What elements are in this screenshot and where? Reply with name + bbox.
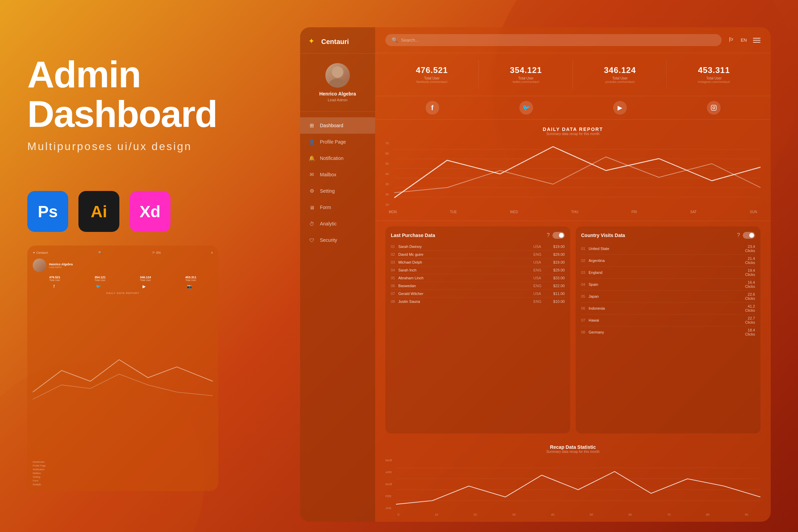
table-row: 06Indonesia41.2 Clicks (581, 302, 755, 314)
flag-icon: 🏳 (728, 36, 735, 44)
stat-sub: facebook.com/centauri (416, 80, 447, 84)
question-icon: ? (547, 232, 550, 238)
stat-label: Total User (518, 76, 534, 80)
youtube-icon: ▶ (613, 101, 627, 115)
stat-card-4: 453.311 Total User instagram.com/centaur… (667, 60, 760, 89)
notification-icon: 🔔 (308, 155, 315, 162)
subtitle-text: Multipurposes ui/ux design (27, 140, 225, 153)
table-row: 07Gerald WitcherUSA$11.00 (391, 290, 565, 298)
svg-point-1 (329, 79, 347, 88)
svg-point-0 (332, 66, 343, 78)
purchase-title: Last Purchase Data (391, 233, 435, 238)
avatar (325, 63, 350, 88)
social-row: f 🐦 ▶ (375, 96, 771, 120)
toggle-button[interactable] (743, 232, 755, 239)
search-icon: 🔍 (391, 37, 398, 43)
sidebar-item-label: Setting (320, 188, 335, 194)
main-content: 🔍 🏳 EN 476.521 Total User facebook.com/c… (375, 27, 771, 522)
sidebar-item-security[interactable]: 🛡 Security (300, 232, 375, 248)
table-row: 01United State23.4 Clicks (581, 243, 755, 255)
logo-text: Centauri (321, 38, 349, 46)
country-panel: Country Visits Data ? 01United State23.4… (576, 226, 760, 433)
search-input[interactable] (401, 38, 715, 43)
profile-name: Henrico Algebra (319, 91, 356, 97)
table-row: 02Argentina21.4 Clicks (581, 255, 755, 267)
topbar: 🔍 🏳 EN (375, 27, 771, 53)
sidebar-item-label: Form (320, 205, 331, 210)
country-title: Country Visits Data (581, 233, 625, 238)
toggle-button[interactable] (552, 232, 565, 239)
logo-icon: ✦ (308, 37, 318, 46)
stats-row: 476.521 Total User facebook.com/centauri… (375, 53, 771, 96)
twitter-icon: 🐦 (519, 101, 533, 115)
mailbox-icon: ✉ (308, 171, 315, 178)
sidebar-header: ✦ Centauri (300, 27, 375, 54)
svg-rect-2 (711, 105, 716, 110)
sidebar-item-analytic[interactable]: ⏱ Analytic (300, 216, 375, 232)
table-row: 03Michael DelphUSA$19.00 (391, 258, 565, 266)
sidebar-item-profile[interactable]: 👤 Profile Page (300, 134, 375, 150)
xd-icon: Xd (130, 191, 171, 232)
stat-label: Total User (612, 76, 627, 80)
stat-number: 476.521 (416, 65, 448, 75)
sidebar-item-label: Notification (320, 156, 343, 161)
search-bar[interactable]: 🔍 (385, 34, 722, 46)
stat-number: 354.121 (510, 65, 542, 75)
instagram-icon (707, 101, 721, 115)
social-instagram[interactable] (707, 101, 721, 115)
table-row: 01Sarah DwinoyUSA$19.00 (391, 243, 565, 251)
sidebar-item-label: Analytic (320, 221, 337, 226)
lower-panels: Last Purchase Data ? 01Sarah DwinoyUSA$1… (375, 221, 771, 439)
sidebar-nav: ⊞ Dashboard 👤 Profile Page 🔔 Notificatio… (300, 112, 375, 522)
stat-card-3: 346.124 Total User youtube.com/centauri (574, 60, 667, 89)
sidebar-item-label: Dashboard (320, 123, 343, 128)
photoshop-icon: Ps (27, 191, 68, 232)
stat-sub: instagram.com/centauri (698, 80, 730, 84)
table-row: 03England19.4 Clicks (581, 267, 755, 279)
country-table: 01United State23.4 Clicks 02Argentina21.… (581, 243, 755, 338)
question-icon: ? (737, 232, 740, 238)
illustrator-icon: Ai (78, 191, 119, 232)
table-row: 05Japan22.6 Clicks (581, 291, 755, 302)
stat-label: Total User (706, 76, 722, 80)
recap-chart (396, 457, 760, 512)
analytic-icon: ⏱ (308, 220, 315, 227)
hamburger-menu[interactable] (753, 38, 760, 43)
table-row: 08Justin SaunaENG$10.00 (391, 298, 565, 305)
country-panel-header: Country Visits Data ? (581, 232, 755, 239)
form-icon: 🖥 (308, 204, 315, 211)
stat-sub: youtube.com/centauri (605, 80, 635, 84)
sidebar-item-label: Mailbox (320, 172, 336, 177)
social-youtube[interactable]: ▶ (613, 101, 627, 115)
title-line1: Admin (27, 55, 225, 94)
sidebar-item-form[interactable]: 🖥 Form (300, 199, 375, 216)
dashboard-icon: ⊞ (308, 122, 315, 129)
social-twitter[interactable]: 🐦 (519, 101, 533, 115)
chart-title: DAILY DATA REPORT (385, 127, 760, 132)
language-label: EN (741, 38, 747, 43)
stat-sub: twitter.com/centauri (513, 80, 539, 84)
sidebar: ✦ Centauri Henrico Algebra Lead Admin ⊞ … (300, 27, 375, 522)
table-row: 05Abraham LinchUSA$33.00 (391, 274, 565, 282)
stat-number: 346.124 (604, 65, 636, 75)
daily-chart (394, 140, 760, 208)
sidebar-item-label: Profile Page (320, 139, 346, 145)
sidebar-item-mailbox[interactable]: ✉ Mailbox (300, 166, 375, 183)
table-row: 04Sarah InchENG$29.00 (391, 266, 565, 274)
sidebar-item-notification[interactable]: 🔔 Notification (300, 150, 375, 166)
purchase-panel: Last Purchase Data ? 01Sarah DwinoyUSA$1… (385, 226, 570, 433)
sidebar-profile: Henrico Algebra Lead Admin (300, 54, 375, 112)
purchase-table: 01Sarah DwinoyUSA$19.00 02David Mc guire… (391, 243, 565, 305)
chart-subtitle: Summary data recap for this month (385, 132, 760, 136)
setting-icon: ⚙ (308, 188, 315, 194)
sidebar-item-setting[interactable]: ⚙ Setting (300, 183, 375, 199)
chart-x-labels: MON TUE WED THU FRI SAT SUN (385, 208, 760, 214)
recap-title: Recap Data Statistic (385, 444, 760, 450)
social-facebook[interactable]: f (426, 101, 439, 115)
security-icon: 🛡 (308, 237, 315, 243)
topbar-right: 🏳 EN (728, 36, 760, 44)
table-row: 08Germany18.4 Clicks (581, 326, 755, 338)
sidebar-item-dashboard[interactable]: ⊞ Dashboard (300, 117, 375, 134)
title-line2: Dashboard (27, 94, 225, 134)
table-row: 07Hawai22.7 Clicks (581, 314, 755, 326)
